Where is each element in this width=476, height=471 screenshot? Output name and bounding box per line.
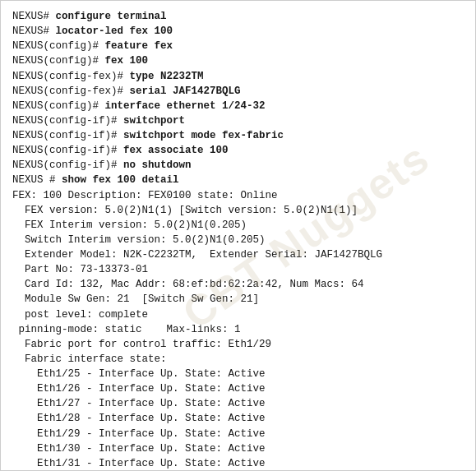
terminal-line: NEXUS(config-if)# switchport mode fex-fa… xyxy=(12,128,464,143)
terminal-line: NEXUS(config)# feature fex xyxy=(12,39,464,53)
terminal-line: NEXUS# configure terminal xyxy=(12,9,464,24)
terminal-window: CBT Nuggets NEXUS# configure terminalNEX… xyxy=(0,0,476,471)
terminal-line: FEX: 100 Description: FEX0100 state: Onl… xyxy=(12,188,464,203)
terminal-line: Eth1/28 - Interface Up. State: Active xyxy=(12,411,464,426)
terminal-content: NEXUS# configure terminalNEXUS# locator-… xyxy=(12,9,464,471)
terminal-line: NEXUS(config)# interface ethernet 1/24-3… xyxy=(12,99,464,113)
terminal-line: Eth1/31 - Interface Up. State: Active xyxy=(12,456,464,471)
terminal-line: Eth1/27 - Interface Up. State: Active xyxy=(12,396,464,411)
terminal-line: NEXUS(config-fex)# type N2232TM xyxy=(12,69,464,84)
terminal-line: Fabric port for control traffic: Eth1/29 xyxy=(12,337,464,352)
terminal-line: Extender Model: N2K-C2232TM, Extender Se… xyxy=(12,247,464,262)
terminal-line: Module Sw Gen: 21 [Switch Sw Gen: 21] xyxy=(12,292,464,307)
terminal-line: NEXUS(config-if)# no shutdown xyxy=(12,158,464,173)
terminal-line: NEXUS# locator-led fex 100 xyxy=(12,24,464,39)
terminal-line: Part No: 73-13373-01 xyxy=(12,262,464,277)
terminal-line: NEXUS(config)# fex 100 xyxy=(12,53,464,68)
terminal-line: Eth1/25 - Interface Up. State: Active xyxy=(12,367,464,381)
terminal-line: Eth1/30 - Interface Up. State: Active xyxy=(12,441,464,456)
terminal-line: FEX Interim version: 5.0(2)N1(0.205) xyxy=(12,218,464,233)
terminal-line: FEX version: 5.0(2)N1(1) [Switch version… xyxy=(12,203,464,218)
terminal-line: Card Id: 132, Mac Addr: 68:ef:bd:62:2a:4… xyxy=(12,277,464,292)
terminal-line: post level: complete xyxy=(12,307,464,322)
terminal-line: NEXUS(config-if)# fex associate 100 xyxy=(12,143,464,158)
terminal-line: Eth1/26 - Interface Up. State: Active xyxy=(12,381,464,396)
terminal-line: pinning-mode: static Max-links: 1 xyxy=(12,322,464,337)
terminal-line: Fabric interface state: xyxy=(12,352,464,367)
terminal-line: Eth1/29 - Interface Up. State: Active xyxy=(12,427,464,441)
terminal-line: NEXUS(config-if)# switchport xyxy=(12,113,464,128)
terminal-line: Switch Interim version: 5.0(2)N1(0.205) xyxy=(12,233,464,247)
terminal-line: NEXUS(config-fex)# serial JAF1427BQLG xyxy=(12,84,464,99)
terminal-line: NEXUS # show fex 100 detail xyxy=(12,173,464,187)
